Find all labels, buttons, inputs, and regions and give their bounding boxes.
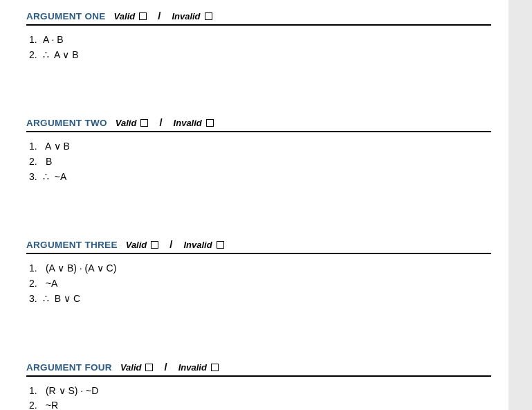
valid-label: Valid <box>116 118 137 128</box>
line-number: 1. <box>29 384 43 399</box>
argument-header: ARGUMENT FOUR Valid / Invalid <box>26 361 491 377</box>
invalid-group: Invalid <box>178 362 219 373</box>
line-number: 3. <box>29 170 43 185</box>
line-text: A · B <box>43 33 64 48</box>
valid-label: Valid <box>114 11 136 21</box>
line-text: (A ∨ B) · (A ∨ C) <box>43 261 116 276</box>
list-item: 2. ~R <box>29 398 508 410</box>
line-number: 2. <box>29 154 43 170</box>
list-item: 2. B <box>29 154 508 170</box>
valid-checkbox[interactable] <box>151 241 158 249</box>
line-number: 1. <box>29 261 43 276</box>
list-item: 3. ∴ ~A <box>29 170 508 185</box>
valid-checkbox[interactable] <box>145 364 153 371</box>
line-text: ∴ ~A <box>43 170 66 185</box>
list-item: 1. (A ∨ B) · (A ∨ C) <box>29 261 508 276</box>
line-number: 1. <box>29 33 43 48</box>
line-number: 2. <box>29 398 43 410</box>
line-text: B <box>43 154 52 170</box>
invalid-label: Invalid <box>172 11 200 21</box>
valid-checkbox[interactable] <box>140 119 148 127</box>
valid-group: Valid <box>116 118 149 128</box>
invalid-checkbox[interactable] <box>206 119 214 127</box>
invalid-label: Invalid <box>178 362 207 373</box>
list-item: 1. A · B <box>29 33 508 48</box>
invalid-group: Invalid <box>172 11 212 21</box>
line-number: 2. <box>29 48 43 63</box>
line-number: 1. <box>29 139 43 154</box>
line-number: 3. <box>29 292 43 307</box>
separator-slash: / <box>161 361 169 373</box>
line-text: (R ∨ S) · ~D <box>43 384 98 399</box>
list-item: 2. ~A <box>29 276 508 292</box>
argument-lines: 1. A · B 2. ∴ A ∨ B <box>26 26 508 62</box>
argument-header: ARGUMENT ONE Valid / Invalid <box>26 10 491 26</box>
invalid-group: Invalid <box>183 240 223 250</box>
argument-two: ARGUMENT TWO Valid / Invalid 1. A ∨ B 2.… <box>26 62 508 184</box>
invalid-label: Invalid <box>183 240 212 250</box>
line-text: ∴ B ∨ C <box>43 292 80 307</box>
line-text: ~A <box>43 276 57 292</box>
valid-label: Valid <box>120 362 142 373</box>
invalid-checkbox[interactable] <box>211 364 219 371</box>
page: ARGUMENT ONE Valid / Invalid 1. A · B 2.… <box>0 0 508 410</box>
valid-group: Valid <box>120 362 154 373</box>
invalid-group: Invalid <box>174 118 214 128</box>
argument-title: ARGUMENT FOUR <box>26 362 112 373</box>
list-item: 3. ∴ B ∨ C <box>29 292 508 307</box>
valid-checkbox[interactable] <box>139 12 147 20</box>
invalid-label: Invalid <box>174 118 202 128</box>
invalid-checkbox[interactable] <box>217 241 224 249</box>
separator-slash: / <box>155 10 163 21</box>
argument-lines: 1. A ∨ B 2. B 3. ∴ ~A <box>26 132 508 184</box>
separator-slash: / <box>156 116 165 128</box>
argument-one: ARGUMENT ONE Valid / Invalid 1. A · B 2.… <box>26 0 508 62</box>
list-item: 1. (R ∨ S) · ~D <box>29 384 508 399</box>
argument-title: ARGUMENT TWO <box>26 118 107 128</box>
separator-slash: / <box>167 238 175 250</box>
argument-three: ARGUMENT THREE Valid / Invalid 1. (A ∨ B… <box>26 184 508 306</box>
list-item: 2. ∴ A ∨ B <box>29 48 508 63</box>
argument-header: ARGUMENT THREE Valid / Invalid <box>26 238 491 254</box>
valid-group: Valid <box>126 240 159 250</box>
argument-header: ARGUMENT TWO Valid / Invalid <box>26 116 491 132</box>
line-text: ~R <box>43 398 58 410</box>
argument-four: ARGUMENT FOUR Valid / Invalid 1. (R ∨ S)… <box>26 307 508 411</box>
line-number: 2. <box>29 276 43 292</box>
list-item: 1. A ∨ B <box>29 139 508 154</box>
argument-lines: 1. (R ∨ S) · ~D 2. ~R 3. ∴ S · ~D <box>26 377 508 411</box>
invalid-checkbox[interactable] <box>205 12 212 20</box>
line-text: A ∨ B <box>43 139 70 154</box>
argument-title: ARGUMENT THREE <box>26 240 118 250</box>
line-text: ∴ A ∨ B <box>43 48 79 63</box>
valid-label: Valid <box>126 240 147 250</box>
argument-lines: 1. (A ∨ B) · (A ∨ C) 2. ~A 3. ∴ B ∨ C <box>26 254 508 306</box>
valid-group: Valid <box>114 11 147 21</box>
argument-title: ARGUMENT ONE <box>26 11 106 21</box>
